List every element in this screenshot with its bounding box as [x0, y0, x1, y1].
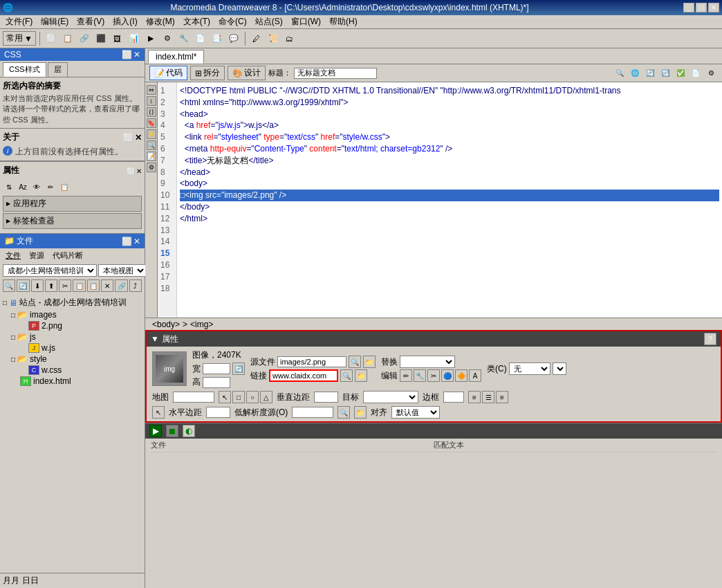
- file-btn-1[interactable]: 🔍: [3, 279, 15, 292]
- tree-item-site[interactable]: □ 🖥 站点 - 成都小生网络营销培训: [3, 296, 142, 309]
- shuxing-icon1[interactable]: 👁: [30, 181, 43, 193]
- gutter-icon-3[interactable]: ⟨⟩: [147, 107, 156, 117]
- vspace-input[interactable]: [314, 392, 338, 403]
- gutter-icon-8[interactable]: ⚙: [147, 163, 156, 172]
- search-icon-btn[interactable]: ◐: [183, 425, 195, 437]
- site-select[interactable]: 成都小生网络营销培训: [3, 264, 97, 277]
- gutter-icon-2[interactable]: ↕: [147, 96, 156, 106]
- map-poly-btn[interactable]: △: [260, 391, 272, 403]
- tree-item-wjs[interactable]: J w.js: [19, 342, 142, 353]
- width-input[interactable]: [203, 363, 230, 374]
- gutter-icon-1[interactable]: ⇔: [147, 85, 156, 95]
- edit-btn-5[interactable]: 🔶: [455, 369, 468, 382]
- target-select[interactable]: [363, 391, 418, 403]
- menu-help[interactable]: 帮助(H): [325, 15, 362, 29]
- prop-help-btn[interactable]: ?: [704, 333, 716, 345]
- file-btn-2[interactable]: 🔄: [17, 279, 29, 292]
- css-panel-icon-1[interactable]: ⬜: [122, 50, 132, 59]
- ct-icon-7[interactable]: ⚙: [704, 67, 718, 80]
- file-btn-4[interactable]: ⬆: [45, 279, 57, 292]
- maximize-button[interactable]: □: [696, 3, 707, 12]
- toolbar-btn-11[interactable]: 📑: [210, 31, 225, 46]
- border-input[interactable]: [443, 392, 464, 403]
- alt-select[interactable]: [400, 356, 455, 368]
- edit-btn-6[interactable]: A: [469, 369, 481, 382]
- prop-arrow-btn[interactable]: ↖: [152, 406, 165, 419]
- tree-item-images[interactable]: □ 📂 images: [11, 309, 142, 320]
- file-tab-assets[interactable]: 资源: [26, 250, 47, 261]
- lowsrc-browse-btn[interactable]: 🔍: [337, 406, 350, 419]
- status-body[interactable]: <body>: [149, 320, 183, 329]
- file-btn-9[interactable]: 🔗: [115, 279, 127, 292]
- menu-window[interactable]: 窗口(W): [287, 15, 325, 29]
- search-stop-btn[interactable]: ◼: [166, 425, 178, 437]
- code-btn-code[interactable]: 📝 代码: [149, 66, 187, 80]
- ct-icon-4[interactable]: 🔃: [658, 67, 672, 80]
- status-img[interactable]: <img>: [187, 320, 216, 329]
- css-tab-styles[interactable]: CSS样式: [3, 62, 46, 77]
- toolbar-btn-4[interactable]: ⬛: [93, 31, 109, 46]
- toolbar-btn-10[interactable]: 📄: [193, 31, 208, 46]
- align-select[interactable]: 默认值: [391, 406, 440, 419]
- hspace-input[interactable]: [206, 407, 230, 418]
- class-select-2[interactable]: ▼: [553, 362, 566, 375]
- toolbar-btn-3[interactable]: 🔗: [77, 31, 92, 46]
- file-tab-files[interactable]: 文件: [3, 250, 24, 261]
- menu-site[interactable]: 站点(S): [251, 15, 287, 29]
- toolbar-btn-9[interactable]: 🔧: [176, 31, 192, 46]
- width-refresh-btn[interactable]: 🔄: [232, 362, 245, 375]
- toolbar-dropdown[interactable]: 常用 ▼: [3, 31, 36, 46]
- gutter-icon-6[interactable]: 🔍: [147, 140, 156, 150]
- toolbar-btn-15[interactable]: 🗂: [282, 31, 297, 46]
- link-browse-btn[interactable]: 🔍: [340, 369, 353, 382]
- class-select[interactable]: 无: [509, 362, 550, 375]
- code-btn-split[interactable]: ⊞ 拆分: [190, 66, 225, 80]
- toolbar-btn-7[interactable]: ▶: [143, 31, 158, 46]
- file-tab-snippets[interactable]: 代码片断: [50, 250, 86, 261]
- file-btn-3[interactable]: ⬇: [31, 279, 44, 292]
- menu-edit[interactable]: 编辑(E): [37, 15, 73, 29]
- lowsrc-folder-btn[interactable]: 📁: [354, 406, 367, 419]
- file-btn-10[interactable]: ⤴: [129, 279, 142, 292]
- map-circle-btn[interactable]: ○: [246, 391, 259, 403]
- bottom-tab-2[interactable]: 日日: [22, 575, 39, 587]
- ct-icon-6[interactable]: 📄: [689, 67, 703, 80]
- file-expand[interactable]: ⬜: [122, 237, 132, 246]
- title-input[interactable]: [294, 68, 377, 79]
- code-btn-design[interactable]: 🎨 设计: [228, 66, 266, 80]
- minimize-button[interactable]: _: [683, 3, 694, 12]
- map-input[interactable]: [173, 392, 214, 403]
- search-play-btn[interactable]: ▶: [149, 425, 162, 437]
- toolbar-btn-13[interactable]: 🖊: [249, 31, 264, 46]
- edit-btn-3[interactable]: ✂: [427, 369, 440, 382]
- bottom-tab-1[interactable]: 月月: [3, 575, 19, 587]
- menu-file[interactable]: 文件(F): [1, 15, 37, 29]
- shuxing-icon2[interactable]: ✏: [44, 181, 57, 193]
- edit-btn-2[interactable]: 🔧: [414, 369, 426, 382]
- shuxing-icon3[interactable]: 📋: [58, 181, 71, 193]
- gutter-icon-4[interactable]: 🔖: [147, 118, 156, 128]
- ct-icon-5[interactable]: ✅: [674, 67, 687, 80]
- tree-item-index[interactable]: H index.html: [11, 376, 142, 387]
- src-input[interactable]: [277, 356, 346, 367]
- menu-modify[interactable]: 修改(M): [142, 15, 179, 29]
- tree-item-2png[interactable]: P 2.png: [19, 320, 142, 331]
- toolbar-btn-5[interactable]: 🖼: [110, 31, 125, 46]
- css-tab-layers[interactable]: 层: [48, 62, 68, 77]
- menu-text[interactable]: 文本(T): [179, 15, 214, 29]
- gutter-icon-7[interactable]: 📝: [147, 151, 156, 161]
- map-arrow-btn[interactable]: ↖: [219, 391, 231, 403]
- tree-item-wcss[interactable]: C w.css: [19, 365, 142, 376]
- toolbar-btn-8[interactable]: ⚙: [160, 31, 175, 46]
- shuxing-expand[interactable]: ⬜: [127, 167, 135, 175]
- ct-icon-3[interactable]: 🔄: [643, 67, 657, 80]
- height-input[interactable]: [203, 377, 230, 388]
- ct-icon-1[interactable]: 🔍: [613, 67, 627, 80]
- src-browse-btn[interactable]: 🔍: [349, 356, 361, 368]
- doc-tab-index[interactable]: index.html*: [148, 50, 204, 64]
- file-btn-8[interactable]: ✕: [101, 279, 113, 292]
- link-input[interactable]: [269, 369, 338, 382]
- src-folder-btn[interactable]: 📁: [363, 356, 376, 368]
- lowsrc-input[interactable]: [292, 407, 333, 418]
- toolbar-btn-1[interactable]: ⬜: [44, 31, 59, 46]
